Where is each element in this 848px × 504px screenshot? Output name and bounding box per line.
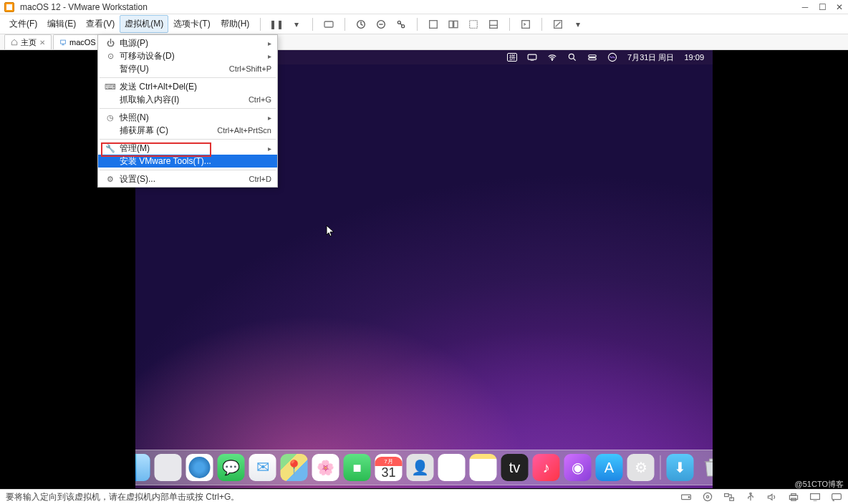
menu-help[interactable]: 帮助(H) (216, 15, 255, 33)
send-cad-icon[interactable] (322, 17, 336, 32)
svg-rect-6 (449, 21, 453, 27)
window-titlebar: macOS 12 - VMware Workstation ─ ☐ ✕ (0, 0, 848, 14)
svg-rect-7 (454, 21, 458, 27)
dock-maps[interactable]: 📍 (281, 454, 308, 481)
dock-launchpad[interactable] (155, 454, 182, 481)
input-method-icon[interactable]: 拼 (507, 53, 517, 62)
menu-tabs[interactable]: 选项卡(T) (168, 15, 215, 33)
statusbar-hint: 要将输入定向到该虚拟机，请在虚拟机内部单击或按 Ctrl+G。 (6, 491, 239, 503)
svg-rect-26 (789, 495, 797, 500)
view-multi-icon[interactable] (446, 17, 461, 32)
dock-mail[interactable]: ✉ (249, 454, 276, 481)
close-button[interactable]: ✕ (835, 3, 844, 11)
dock-tv[interactable]: tv (501, 454, 529, 481)
toolbar-separator (509, 18, 510, 31)
sb-printer-icon[interactable] (788, 492, 799, 502)
menu-grab-input[interactable]: 抓取输入内容(I)Ctrl+G (98, 93, 277, 106)
send-icon: ⌨ (104, 82, 117, 92)
settings-icon: ⚙ (104, 175, 117, 184)
dock-reminders[interactable] (438, 454, 466, 481)
view-single-icon[interactable] (426, 17, 440, 32)
menu-settings[interactable]: ⚙设置(S)...Ctrl+D (98, 173, 277, 185)
usb-icon: ⊙ (104, 52, 117, 61)
dock-calendar[interactable]: 7月31 (375, 454, 403, 481)
sb-sound-icon[interactable] (766, 492, 778, 502)
menu-separator (100, 77, 276, 78)
sb-usb-icon[interactable] (745, 492, 756, 502)
menu-view[interactable]: 查看(V) (81, 15, 120, 33)
sb-cd-icon[interactable] (702, 492, 713, 502)
dock-separator (660, 455, 661, 480)
dock-safari[interactable] (186, 454, 213, 481)
dock-downloads[interactable]: ⬇ (667, 454, 694, 481)
svg-point-22 (706, 495, 708, 498)
stretch-dropdown-icon[interactable]: ▾ (571, 17, 585, 32)
menu-separator (100, 139, 276, 140)
svg-rect-30 (832, 493, 842, 499)
display-icon[interactable] (527, 53, 537, 62)
menu-power[interactable]: ⏻电源(P)▸ (98, 37, 277, 49)
sb-message-icon[interactable] (831, 492, 842, 502)
sb-display-icon[interactable] (809, 492, 821, 502)
vm-tab-icon (59, 39, 67, 46)
stretch-icon[interactable] (551, 17, 565, 32)
menu-install-vmware-tools[interactable]: 安装 VMware Tools(T)... (98, 155, 277, 168)
menu-vm[interactable]: 虚拟机(M) (120, 15, 168, 33)
menu-manage[interactable]: 🔧管理(M)▸ (98, 142, 277, 155)
snapshot-revert-icon[interactable] (374, 17, 388, 32)
dock-notes[interactable] (470, 454, 497, 481)
dock-music[interactable]: ♪ (533, 454, 560, 481)
control-center-icon[interactable] (587, 53, 597, 62)
pause-button[interactable]: ❚❚ (269, 17, 284, 32)
toolbar-separator (344, 18, 345, 31)
dock-system-preferences[interactable]: ⚙ (627, 454, 655, 481)
wifi-icon[interactable] (547, 53, 557, 62)
tab-home[interactable]: 主页 ✕ (4, 34, 52, 49)
siri-icon[interactable] (607, 53, 617, 62)
svg-rect-9 (490, 20, 498, 28)
menu-capture-screen[interactable]: 捕获屏幕 (C)Ctrl+Alt+PrtScn (98, 124, 277, 137)
menubar-time[interactable]: 19:09 (684, 53, 704, 62)
window-title: macOS 12 - VMware Workstation (20, 2, 801, 12)
dock-appstore[interactable]: A (596, 454, 623, 481)
menubar-date[interactable]: 7月31日 周日 (627, 52, 674, 63)
power-dropdown-icon[interactable]: ▾ (289, 17, 304, 32)
maximize-button[interactable]: ☐ (818, 3, 827, 11)
sb-network-icon[interactable] (723, 492, 735, 502)
power-icon: ⏻ (104, 39, 117, 47)
menu-file[interactable]: 文件(F) (4, 15, 42, 33)
menu-snapshot[interactable]: ◷快照(N)▸ (98, 111, 277, 124)
snapshot-take-icon[interactable] (354, 17, 368, 32)
dock-facetime[interactable]: ■ (344, 454, 371, 481)
minimize-button[interactable]: ─ (801, 3, 809, 11)
dock-trash[interactable] (698, 454, 713, 481)
mouse-cursor-icon (326, 225, 336, 240)
menu-send-cad[interactable]: ⌨发送 Ctrl+Alt+Del(E) (98, 80, 277, 93)
dock-podcasts[interactable]: ◉ (564, 454, 592, 481)
view-unity-icon[interactable] (466, 17, 481, 32)
tab-close-icon[interactable]: ✕ (39, 39, 45, 47)
tab-home-label: 主页 (21, 37, 37, 48)
svg-rect-5 (430, 20, 438, 28)
svg-rect-13 (528, 54, 536, 59)
dock-finder[interactable] (135, 454, 150, 481)
dock-photos[interactable]: 🌸 (312, 454, 339, 481)
svg-point-15 (569, 54, 574, 59)
spotlight-icon[interactable] (567, 53, 577, 62)
submenu-arrow-icon: ▸ (268, 52, 271, 60)
menu-pause[interactable]: 暂停(U)Ctrl+Shift+P (98, 62, 277, 75)
svg-rect-0 (324, 21, 333, 27)
vmware-app-icon (4, 2, 14, 12)
menu-removable-devices[interactable]: ⊙可移动设备(D)▸ (98, 49, 277, 62)
console-icon[interactable] (519, 17, 533, 32)
macos-dock: 💬 ✉ 📍 🌸 ■ 7月31 👤 tv ♪ ◉ A ⚙ ⬇ (135, 450, 713, 485)
menu-edit[interactable]: 编辑(E) (42, 15, 81, 33)
snapshot-manager-icon[interactable] (394, 17, 408, 32)
host-statusbar: 要将输入定向到该虚拟机，请在虚拟机内部单击或按 Ctrl+G。 (0, 489, 848, 504)
dock-messages[interactable]: 💬 (218, 454, 245, 481)
view-fullscreen-icon[interactable] (486, 17, 501, 32)
svg-rect-23 (725, 493, 729, 496)
sb-disk-icon[interactable] (680, 492, 692, 502)
host-menubar: 文件(F) 编辑(E) 查看(V) 虚拟机(M) 选项卡(T) 帮助(H) ❚❚… (0, 14, 848, 34)
dock-contacts[interactable]: 👤 (407, 454, 434, 481)
